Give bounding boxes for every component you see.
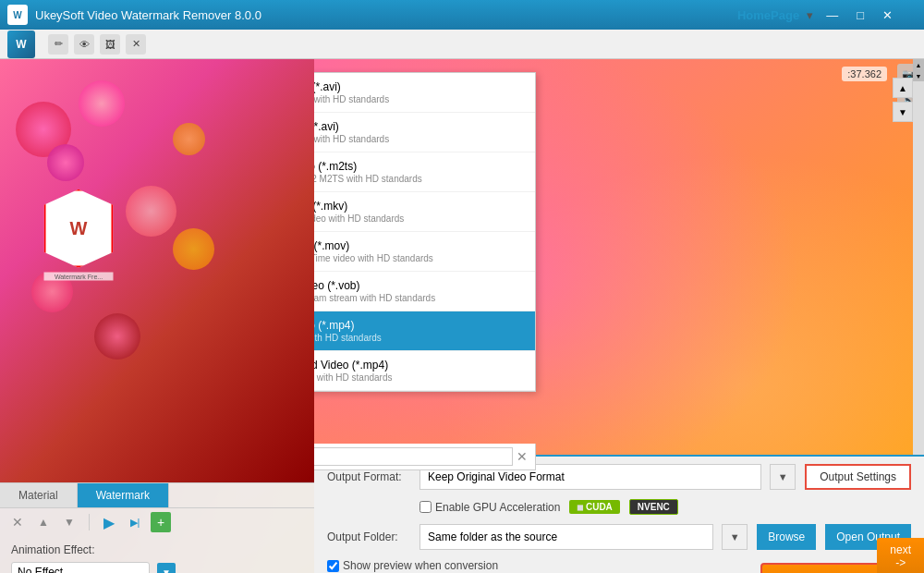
- eye-icon[interactable]: 👁: [74, 34, 94, 55]
- skip-button[interactable]: ▶|: [125, 512, 145, 532]
- controls-row: ✕ ▲ ▼ ▶ ▶| +: [0, 508, 314, 536]
- scroll-down-arrow[interactable]: ▼: [913, 70, 924, 81]
- scrollbar[interactable]: ▲ ▼: [913, 59, 924, 455]
- image-icon[interactable]: 🖼: [100, 34, 120, 55]
- cuda-badge: ◼ CUDA: [569, 500, 619, 514]
- maximize-button[interactable]: □: [851, 6, 869, 24]
- browse-button[interactable]: Browse: [757, 524, 816, 550]
- options-start-row: Show preview when conversion Shutdown af…: [314, 554, 924, 573]
- format-mpeg2-vob[interactable]: MPEG2 Video (*.vob) MPEG-2 program strea…: [314, 272, 535, 311]
- format-m2ts[interactable]: M2TS Video (*.m2ts) H.264/MPEG-2 M2TS wi…: [314, 152, 535, 192]
- nvenc-badge: NVENC: [629, 499, 678, 515]
- scroll-up-button[interactable]: ▲: [893, 78, 913, 98]
- output-folder-select[interactable]: Same folder as the source: [419, 524, 713, 550]
- right-panel: :37.362 📷 🔊 ▲ ▼ ▲ ▼ Common Video ▶: [314, 59, 924, 573]
- video-background: W Watermark Fre...: [0, 59, 314, 482]
- title-bar: W UkeySoft Video Watermark Remover 8.0.0…: [0, 0, 924, 30]
- left-panel: W Watermark Fre... Material Watermark ✕ …: [0, 59, 314, 573]
- bottom-tabs: Material Watermark ✕ ▲ ▼ ▶ ▶| + Animatio…: [0, 482, 314, 573]
- animation-row: Animation Effect:: [11, 543, 303, 556]
- gpu-row: Enable GPU Acceleration ◼ CUDA NVENC: [314, 497, 924, 520]
- search-close-icon[interactable]: ✕: [517, 449, 528, 464]
- format-divx[interactable]: DivX Video (*.avi) Divx avi video with H…: [314, 73, 535, 113]
- folder-dropdown-arrow-icon[interactable]: ▼: [722, 524, 748, 550]
- app-logo: W: [7, 5, 28, 25]
- format-mpeg4-xvid[interactable]: MPEG4 Xvid Video (*.mp4) MPEG-4 video wi…: [314, 351, 535, 391]
- animation-label: Animation Effect:: [11, 543, 95, 556]
- show-preview-label: Show preview when conversion: [343, 559, 498, 572]
- play-button[interactable]: ▶: [99, 512, 119, 532]
- format-h264-mp4[interactable]: H.264 Video (*.mp4) H.264 video with HD …: [314, 311, 535, 351]
- move-down-button[interactable]: ▼: [59, 512, 79, 532]
- output-folder-label: Output Folder:: [327, 530, 410, 543]
- homepage-link[interactable]: HomePage: [737, 8, 799, 22]
- tab-headers: Material Watermark: [0, 483, 314, 508]
- animation-dropdown-arrow[interactable]: ▼: [157, 563, 176, 573]
- close-button[interactable]: ✕: [877, 6, 898, 24]
- pencil-icon[interactable]: ✏: [48, 34, 68, 55]
- toolbar: W ✏ 👁 🖼 ✕: [0, 30, 924, 59]
- format-mov[interactable]: MOV Video (*.mov) Apple's QuickTime vide…: [314, 232, 535, 272]
- format-mkv[interactable]: MKV Video (*.mkv) H.264 MKV video with H…: [314, 192, 535, 232]
- watermark-sign: W Watermark Fre...: [44, 189, 114, 268]
- dropdown-arrow-icon[interactable]: ▾: [807, 8, 813, 22]
- output-folder-row: Output Folder: Same folder as the source…: [314, 520, 924, 554]
- tab-material[interactable]: Material: [0, 483, 78, 507]
- tab-content: Animation Effect: No Effect ▼: [0, 536, 314, 573]
- options-area: Show preview when conversion Shutdown af…: [327, 559, 760, 573]
- gpu-acceleration-label: Enable GPU Acceleration: [435, 501, 560, 514]
- next-button[interactable]: next ->: [877, 538, 924, 573]
- search-input[interactable]: [314, 447, 513, 466]
- gpu-acceleration-input[interactable]: [419, 501, 432, 513]
- remove-button[interactable]: ✕: [7, 512, 28, 532]
- output-settings-button[interactable]: Output Settings: [805, 464, 911, 490]
- format-xvid-avi[interactable]: Xvid Video (*.avi) Xvid avi video with H…: [314, 113, 535, 152]
- scroll-down-button[interactable]: ▼: [893, 102, 913, 122]
- format-search-row: Search: ✕: [314, 444, 536, 470]
- format-dropdown-arrow-icon[interactable]: ▼: [770, 464, 796, 490]
- minimize-button[interactable]: —: [821, 6, 844, 24]
- format-submenu: DivX Video (*.avi) Divx avi video with H…: [314, 72, 536, 392]
- show-preview-checkbox[interactable]: [327, 560, 339, 572]
- bottom-bar: Output Format: Keep Original Video Forma…: [314, 455, 924, 573]
- add-button[interactable]: +: [151, 512, 171, 532]
- move-up-button[interactable]: ▲: [33, 512, 54, 532]
- tab-watermark[interactable]: Watermark: [78, 483, 169, 507]
- app-title: UkeySoft Video Watermark Remover 8.0.0: [35, 8, 737, 22]
- show-preview-option[interactable]: Show preview when conversion: [327, 559, 760, 572]
- animation-select[interactable]: No Effect: [11, 562, 150, 573]
- scroll-up-arrow[interactable]: ▲: [913, 59, 924, 70]
- output-format-label: Output Format:: [327, 470, 410, 483]
- close-icon[interactable]: ✕: [126, 34, 146, 55]
- video-preview: W Watermark Fre... Material Watermark ✕ …: [0, 59, 314, 573]
- animation-select-row: No Effect ▼: [11, 562, 303, 573]
- gpu-acceleration-checkbox[interactable]: Enable GPU Acceleration: [419, 501, 560, 514]
- app-icon: W: [7, 30, 35, 58]
- time-display: :37.362: [842, 67, 887, 81]
- nav-buttons: ▲ ▼: [893, 78, 913, 122]
- main-area: W Watermark Fre... Material Watermark ✕ …: [0, 59, 924, 573]
